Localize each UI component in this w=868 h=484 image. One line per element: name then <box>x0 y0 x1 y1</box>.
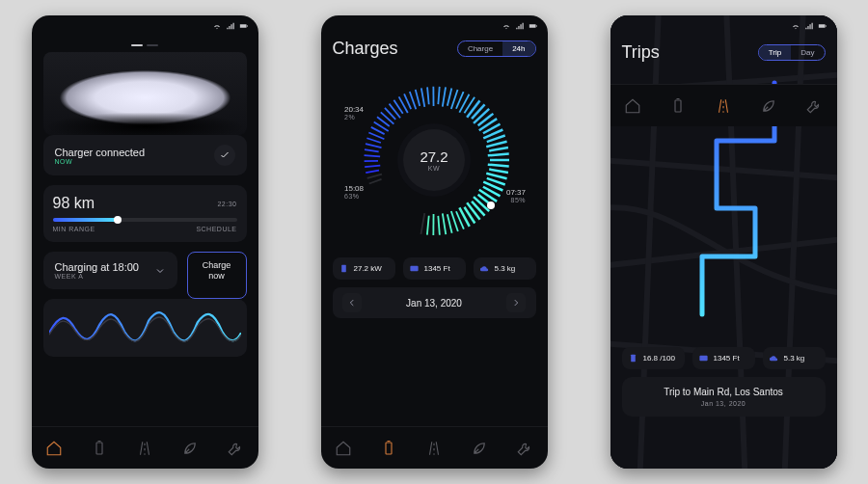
dial-label-1-time: 20:34 <box>344 105 364 114</box>
wifi-icon <box>212 21 222 31</box>
charges-segment[interactable]: Charge 24h <box>457 40 536 57</box>
leaf-icon <box>471 440 488 457</box>
nav-settings[interactable] <box>799 91 829 121</box>
nav-road[interactable] <box>129 433 160 464</box>
svg-line-9 <box>366 138 380 143</box>
svg-line-59 <box>448 214 452 232</box>
svg-rect-0 <box>96 443 102 454</box>
svg-rect-67 <box>410 266 418 272</box>
nav-settings[interactable] <box>509 433 540 464</box>
charge-now-button[interactable]: Charge now <box>187 252 247 299</box>
svg-point-65 <box>487 202 495 209</box>
stat-ft-value: 1345 Ft <box>424 264 450 273</box>
phone-charges: Charges Charge 24h 27.2 KW 20 <box>321 15 548 469</box>
nav-home[interactable] <box>39 433 69 464</box>
stat-kw: 27.2 kW <box>333 257 395 280</box>
wrench-icon <box>805 97 823 115</box>
nav-road[interactable] <box>708 91 739 121</box>
segment-trip[interactable]: Trip <box>759 45 791 60</box>
dial-label-3-sub: 85% <box>510 197 526 203</box>
segment-charge[interactable]: Charge <box>458 41 502 56</box>
charging-schedule-dropdown[interactable]: Charging at 18:00 WEEK A <box>43 252 177 289</box>
svg-line-42 <box>488 154 509 156</box>
battery-icon <box>818 21 827 31</box>
segment-24h[interactable]: 24h <box>502 41 534 56</box>
nav-road[interactable] <box>419 433 449 464</box>
date-label: Jan 13, 2020 <box>406 298 462 309</box>
dial-center: 27.2 KW <box>403 129 465 191</box>
range-value: 98 km <box>53 195 95 212</box>
home-icon <box>335 440 352 457</box>
road-icon <box>715 97 732 115</box>
chevron-down-icon <box>154 265 166 277</box>
segment-day[interactable]: Day <box>791 45 824 60</box>
range-chart-card <box>43 299 247 357</box>
svg-line-45 <box>489 170 508 173</box>
nav-settings[interactable] <box>220 433 251 464</box>
schedule-label: SCHEDULE <box>196 226 236 232</box>
svg-line-26 <box>443 87 446 106</box>
svg-line-23 <box>427 87 429 104</box>
range-line-chart <box>49 305 241 349</box>
wifi-icon <box>502 21 511 31</box>
stat-kg: 5.3 kg <box>474 257 536 280</box>
status-check-button[interactable] <box>214 145 235 166</box>
bottom-nav <box>32 426 258 469</box>
dial-label-1-sub: 2% <box>344 114 355 121</box>
charging-at-text: Charging at 18:00 <box>55 261 139 273</box>
stat-ft-value: 1345 Ft <box>714 354 740 363</box>
svg-line-2 <box>367 175 382 178</box>
nav-eco[interactable] <box>464 433 495 464</box>
cloud-stat-icon <box>769 353 779 363</box>
svg-line-63 <box>427 216 429 235</box>
stat-ft: 1345 Ft <box>403 257 466 280</box>
nav-battery[interactable] <box>663 91 693 121</box>
svg-line-64 <box>420 213 424 234</box>
nav-eco[interactable] <box>175 433 205 464</box>
range-card: 98 km 22:30 MIN RANGE SCHEDULE <box>43 185 247 242</box>
trip-card[interactable]: Trip to Main Rd, Los Santos Jan 13, 2020 <box>622 377 826 417</box>
range-slider[interactable] <box>53 218 237 222</box>
schedule-time: 22:30 <box>217 201 236 207</box>
nav-home[interactable] <box>617 91 648 121</box>
nav-battery[interactable] <box>373 433 404 464</box>
signal-icon <box>515 21 525 31</box>
svg-line-32 <box>467 100 479 117</box>
stat-kw-value: 16.8 /100 <box>643 354 675 363</box>
battery-nav-icon <box>91 440 108 457</box>
stat-ft: 1345 Ft <box>692 347 755 369</box>
svg-rect-70 <box>631 355 636 362</box>
nav-battery[interactable] <box>84 433 115 464</box>
stat-kw-value: 27.2 kW <box>354 264 382 273</box>
signal-icon <box>804 21 814 31</box>
date-next-button[interactable] <box>506 293 526 312</box>
cloud-stat-icon <box>479 263 490 274</box>
battery-nav-icon <box>669 97 687 115</box>
status-bar <box>321 15 548 31</box>
nav-eco[interactable] <box>753 91 784 121</box>
svg-line-44 <box>488 165 509 167</box>
trips-stats: 16.8 /100 1345 Ft 5.3 kg <box>622 347 826 369</box>
svg-line-52 <box>474 197 489 211</box>
svg-line-40 <box>486 142 506 147</box>
wrench-icon <box>516 440 533 457</box>
svg-rect-72 <box>675 100 681 112</box>
svg-line-1 <box>369 179 382 184</box>
svg-line-4 <box>365 166 380 168</box>
svg-line-34 <box>474 109 489 123</box>
battery-icon <box>529 21 538 31</box>
nav-home[interactable] <box>328 433 359 464</box>
trips-segment[interactable]: Trip Day <box>758 44 826 61</box>
status-bar <box>32 15 258 31</box>
chevron-left-icon <box>347 298 357 308</box>
date-prev-button[interactable] <box>342 293 362 312</box>
svg-line-21 <box>416 90 420 106</box>
leaf-icon <box>760 97 777 115</box>
page-title: Trips <box>622 42 660 63</box>
battery-nav-icon <box>380 440 397 457</box>
svg-line-54 <box>467 202 479 219</box>
dial-label-2-time: 15:08 <box>344 184 364 193</box>
charge-dial: 27.2 KW 20:34 2% 15:08 63% 07:37 85% <box>342 68 526 252</box>
home-icon <box>624 97 641 115</box>
trip-name: Trip to Main Rd, Los Santos <box>632 387 816 397</box>
